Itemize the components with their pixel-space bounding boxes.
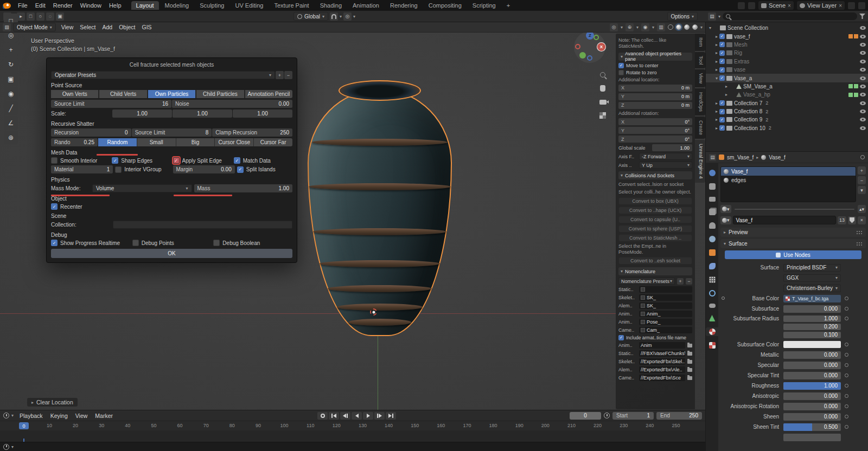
- clamp-recursion-field[interactable]: Clamp Recursion 250: [212, 128, 292, 137]
- subsurface-color-swatch[interactable]: [783, 341, 841, 348]
- editor-type-icon[interactable]: ▤: [709, 154, 716, 161]
- animate-dot-icon[interactable]: [845, 363, 848, 367]
- expand-icon[interactable]: ▸: [725, 84, 727, 89]
- outliner-row[interactable]: ▸ Vase_a_hp: [706, 91, 868, 99]
- properties-tab[interactable]: [706, 208, 718, 216]
- workspace-tab[interactable]: Shading: [315, 1, 347, 10]
- point-source-button[interactable]: Child Particles: [196, 90, 244, 98]
- rotation-axis-field[interactable]: Z0°: [618, 136, 692, 143]
- properties-tab[interactable]: [706, 275, 718, 284]
- next-keyframe-button[interactable]: [374, 412, 385, 420]
- properties-tab[interactable]: [706, 182, 718, 191]
- clipped-slider[interactable]: [783, 434, 841, 441]
- outliner-row[interactable]: ▸ Collection 9 2: [706, 115, 868, 124]
- new-scene-icon[interactable]: [748, 2, 755, 9]
- subsurface-slider[interactable]: 0.000: [783, 305, 841, 313]
- workspace-tab[interactable]: Layout: [131, 1, 159, 10]
- chevron-down-icon[interactable]: ▾: [636, 25, 639, 30]
- close-icon[interactable]: ×: [788, 3, 791, 9]
- outliner-item-name[interactable]: vase: [734, 67, 745, 73]
- outliner-row[interactable]: ▸ vase_f: [706, 32, 868, 40]
- axis-up-dropdown[interactable]: Y Up▾: [639, 162, 692, 169]
- object-types-visibility-icon[interactable]: ◎: [610, 23, 618, 31]
- value-slider[interactable]: 0.000: [783, 362, 841, 369]
- properties-tab[interactable]: [706, 221, 718, 230]
- animate-dot-icon[interactable]: [845, 317, 848, 320]
- rotate-to-zero-checkbox[interactable]: Rotate to zero: [618, 70, 692, 75]
- sidebar-tab[interactable]: Item: [695, 34, 705, 51]
- menu-item[interactable]: Help: [105, 2, 125, 9]
- animate-dot-icon[interactable]: [845, 353, 848, 357]
- base-color-texture-field[interactable]: T_Vase_f_bc.tga: [783, 295, 841, 302]
- advanced-properties-header[interactable]: ▾ Avanced object properties pane: [618, 53, 692, 61]
- menu-item[interactable]: Edit: [31, 2, 49, 9]
- prev-keyframe-button[interactable]: [340, 412, 350, 420]
- point-source-button[interactable]: Annotation Pencil: [245, 90, 292, 98]
- timeline-editor-icon[interactable]: [3, 413, 9, 418]
- noise-field[interactable]: Noise 0.00: [172, 100, 292, 108]
- expand-icon[interactable]: ▸: [716, 34, 718, 39]
- folder-icon[interactable]: [687, 360, 692, 364]
- point-source-button[interactable]: Own Verts: [51, 90, 99, 98]
- outliner-row[interactable]: ▸ vase: [706, 66, 868, 74]
- surface-section-header[interactable]: ▾ Surface: [720, 239, 866, 248]
- add-slot-button[interactable]: +: [858, 166, 866, 175]
- add-preset-button[interactable]: +: [276, 71, 284, 79]
- workspace-tab[interactable]: UV Editing: [230, 1, 268, 10]
- visibility-eye-icon[interactable]: [860, 26, 866, 30]
- current-frame-badge[interactable]: 0: [19, 422, 29, 429]
- location-axis-field[interactable]: Y0 m: [618, 93, 692, 100]
- preview-section-header[interactable]: ▸ Preview: [720, 228, 866, 237]
- editor-type-icon[interactable]: [3, 444, 9, 450]
- editor-type-icon[interactable]: ▧: [3, 23, 11, 31]
- drag-grip-icon[interactable]: [856, 230, 863, 235]
- operator-presets-dropdown[interactable]: Operator Presets ▾: [51, 71, 275, 79]
- prefix-input[interactable]: Cam_: [639, 327, 692, 333]
- properties-tab[interactable]: [706, 314, 718, 323]
- expand-icon[interactable]: ▸: [716, 50, 718, 55]
- expand-icon[interactable]: ▸: [716, 59, 718, 64]
- timeline-menu-item[interactable]: Marker: [91, 412, 117, 420]
- path-input[interactable]: Anim: [639, 342, 685, 349]
- menu-item[interactable]: Window: [76, 2, 105, 9]
- exclude-checkbox[interactable]: [719, 125, 725, 131]
- breadcrumb-object[interactable]: sm_Vase_f: [727, 154, 754, 160]
- vase-object[interactable]: [305, 80, 455, 339]
- animate-dot-icon[interactable]: [845, 297, 848, 300]
- debug-points-checkbox[interactable]: Debug Points: [132, 240, 212, 246]
- exclude-checkbox[interactable]: [719, 67, 725, 73]
- workspace-tab[interactable]: Modeling: [160, 1, 194, 10]
- material-slot[interactable]: edges: [721, 176, 856, 184]
- editor-type-icon[interactable]: ▤: [708, 12, 716, 21]
- visibility-eye-icon[interactable]: [860, 126, 866, 130]
- prefix-input[interactable]: SK_: [639, 294, 692, 301]
- convert-button[interactable]: Convert to ..hape (UCX): [618, 207, 692, 214]
- convert-button[interactable]: Convert to sphere (USP): [618, 225, 692, 233]
- distribution-dropdown[interactable]: GGX▾: [783, 274, 841, 282]
- breadcrumb-material[interactable]: Vase_f: [769, 154, 785, 160]
- drag-grip-icon[interactable]: [856, 242, 863, 246]
- gizmo-neg-z-axis[interactable]: [587, 55, 592, 61]
- match-data-checkbox[interactable]: Match Data: [234, 157, 292, 164]
- toggle-ortho-icon[interactable]: [598, 111, 608, 120]
- surface-shader-dropdown[interactable]: Principled BSDF▾: [783, 264, 841, 272]
- prefix-input[interactable]: [639, 286, 692, 293]
- sidebar-tab[interactable]: Tool: [695, 52, 705, 69]
- chevron-down-icon[interactable]: ▾: [340, 14, 342, 19]
- visibility-eye-icon[interactable]: [860, 76, 866, 80]
- convert-button[interactable]: Convert to box (UBX): [618, 197, 692, 205]
- users-count-button[interactable]: 13: [838, 216, 846, 224]
- pin-icon[interactable]: [860, 155, 865, 159]
- workspace-tab[interactable]: Animation: [348, 1, 384, 10]
- gizmo-x-axis[interactable]: X: [597, 43, 605, 51]
- outliner-item-name[interactable]: SM_Vase_a: [743, 83, 773, 89]
- expand-icon[interactable]: ▸: [716, 126, 718, 131]
- close-icon[interactable]: ×: [839, 3, 842, 9]
- recursion-source-button[interactable]: Big: [176, 138, 215, 146]
- radius-x-slider[interactable]: 1.000: [783, 315, 841, 322]
- animate-dot-icon[interactable]: [845, 384, 848, 388]
- jump-to-end-button[interactable]: [386, 412, 396, 420]
- recursion-field[interactable]: Recursion 0: [51, 128, 131, 137]
- exclude-checkbox[interactable]: [719, 117, 725, 123]
- outliner-item-name[interactable]: Collection 9: [734, 117, 762, 123]
